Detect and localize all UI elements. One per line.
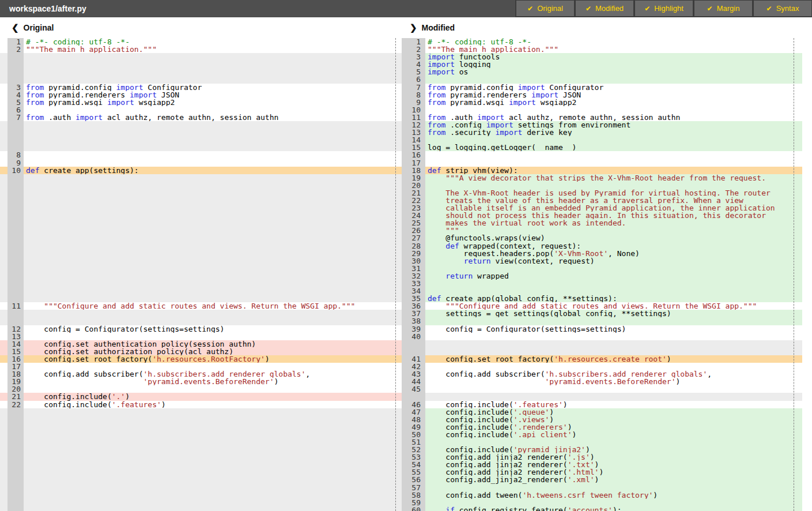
code-line[interactable]: """A view decorator that strips the X-Vh… (425, 174, 802, 182)
code-line[interactable]: from pyramid.wsgi import wsgiapp2 (425, 99, 802, 106)
code-line[interactable]: config.add_jinja2_renderer('.txt') (425, 461, 802, 468)
code-line[interactable]: """ (425, 227, 802, 234)
code-line[interactable]: return wrapped (425, 272, 802, 280)
code-line[interactable] (425, 438, 802, 446)
code-line[interactable] (425, 333, 802, 340)
code-line[interactable]: config.include('.api_client') (425, 431, 802, 438)
original-pane[interactable]: 1# -*- coding: utf-8 -*-2"""The main h a… (0, 38, 402, 511)
code-line[interactable]: from .config import settings_from_enviro… (425, 121, 802, 129)
code-line[interactable]: config.add_jinja2_renderer('.html') (425, 468, 802, 476)
code-line[interactable] (24, 446, 402, 453)
code-line[interactable] (24, 182, 402, 189)
code-line[interactable]: from pyramid.config import Configurator (425, 84, 802, 91)
code-line[interactable]: def strip_vhm(view): (425, 167, 802, 174)
code-line[interactable]: if config.registry.feature('accounts'): (425, 506, 802, 511)
code-line[interactable] (425, 280, 802, 287)
code-line[interactable]: config.include('.features') (24, 401, 402, 408)
code-line[interactable]: 'pyramid.events.BeforeRender') (24, 378, 402, 385)
code-line[interactable] (24, 295, 402, 302)
code-line[interactable] (24, 431, 402, 438)
code-line[interactable] (24, 234, 402, 242)
code-line[interactable]: config.include('.features') (425, 401, 802, 408)
code-line[interactable] (24, 416, 402, 423)
code-line[interactable] (425, 136, 802, 144)
code-line[interactable]: config.add_jinja2_renderer('.xml') (425, 476, 802, 483)
code-line[interactable] (24, 476, 402, 483)
code-line[interactable] (24, 317, 402, 325)
code-line[interactable]: config.add_jinja2_renderer('.js') (425, 453, 802, 461)
code-line[interactable]: def create_app(settings): (24, 167, 402, 174)
code-line[interactable] (425, 363, 802, 370)
code-line[interactable] (24, 219, 402, 227)
code-line[interactable] (425, 151, 802, 159)
code-line[interactable]: """Configure and add static routes and v… (24, 302, 402, 310)
code-line[interactable]: config.set_root_factory('h.resources.cre… (425, 355, 802, 363)
code-line[interactable]: """Configure and add static routes and v… (425, 302, 802, 310)
code-line[interactable]: settings = get_settings(global_config, *… (425, 310, 802, 317)
code-line[interactable]: makes the virtual root work as intended. (425, 219, 802, 227)
code-line[interactable]: import os (425, 68, 802, 76)
code-line[interactable] (425, 484, 802, 491)
code-line[interactable]: config.set_authorization_policy(acl_auth… (24, 348, 402, 355)
code-line[interactable] (425, 385, 802, 393)
code-line[interactable] (425, 317, 802, 325)
code-line[interactable] (24, 287, 402, 295)
code-line[interactable] (24, 136, 402, 144)
code-line[interactable]: config.add_subscriber('h.subscribers.add… (24, 370, 402, 378)
code-line[interactable]: import functools (425, 53, 802, 61)
code-line[interactable] (425, 340, 802, 348)
toggle-margin-button[interactable]: ✔Margin (694, 1, 752, 16)
code-line[interactable] (24, 484, 402, 491)
code-line[interactable] (24, 272, 402, 280)
code-line[interactable]: return view(context, request) (425, 257, 802, 265)
code-line[interactable]: @functools.wraps(view) (425, 234, 802, 242)
code-line[interactable]: def wrapped(context, request): (425, 242, 802, 250)
code-line[interactable] (24, 453, 402, 461)
code-line[interactable]: # -*- coding: utf-8 -*- (425, 38, 802, 46)
code-line[interactable]: config = Configurator(settings=settings) (425, 325, 802, 333)
code-line[interactable]: import logging (425, 61, 802, 68)
code-line[interactable] (24, 242, 402, 250)
toggle-highlight-button[interactable]: ✔Highlight (635, 1, 693, 16)
code-line[interactable] (425, 393, 802, 400)
code-line[interactable]: """The main h application.""" (24, 46, 402, 53)
code-line[interactable] (24, 197, 402, 204)
code-line[interactable] (24, 61, 402, 68)
code-line[interactable] (24, 53, 402, 61)
code-line[interactable]: request.headers.pop('X-Vhm-Root', None) (425, 250, 802, 257)
code-line[interactable]: should not process this header again. In… (425, 212, 802, 219)
code-line[interactable]: The X-Vhm-Root header is used by Pyramid… (425, 189, 802, 197)
code-line[interactable]: """The main h application.""" (425, 46, 802, 53)
modified-pane[interactable]: 1# -*- coding: utf-8 -*-2"""The main h a… (402, 38, 812, 511)
code-line[interactable] (24, 499, 402, 506)
toggle-modified-button[interactable]: ✔Modified (576, 1, 633, 16)
code-line[interactable] (24, 506, 402, 511)
code-line[interactable]: from pyramid.config import Configurator (24, 84, 402, 91)
code-line[interactable] (24, 174, 402, 182)
code-line[interactable] (24, 151, 402, 159)
code-line[interactable]: from .auth import acl_authz, remote_auth… (24, 114, 402, 121)
code-line[interactable]: from .auth import acl_authz, remote_auth… (425, 114, 802, 121)
code-line[interactable] (24, 159, 402, 167)
toggle-original-button[interactable]: ✔Original (516, 1, 574, 16)
code-line[interactable] (24, 189, 402, 197)
code-line[interactable] (24, 310, 402, 317)
code-line[interactable] (425, 159, 802, 167)
code-line[interactable] (24, 227, 402, 234)
code-line[interactable] (24, 250, 402, 257)
code-line[interactable]: config.set_authentication_policy(session… (24, 340, 402, 348)
code-line[interactable] (425, 499, 802, 506)
code-line[interactable]: # -*- coding: utf-8 -*- (24, 38, 402, 46)
code-line[interactable] (24, 385, 402, 393)
code-line[interactable]: treats the value of this header as a tra… (425, 197, 802, 204)
code-line[interactable] (24, 280, 402, 287)
code-line[interactable]: from pyramid.renderers import JSON (425, 91, 802, 99)
code-line[interactable] (24, 76, 402, 83)
code-line[interactable] (425, 76, 802, 83)
code-line[interactable] (24, 333, 402, 340)
code-line[interactable] (425, 287, 802, 295)
code-line[interactable] (425, 106, 802, 114)
code-line[interactable] (425, 348, 802, 355)
code-line[interactable]: from pyramid.wsgi import wsgiapp2 (24, 99, 402, 106)
code-line[interactable] (24, 204, 402, 212)
